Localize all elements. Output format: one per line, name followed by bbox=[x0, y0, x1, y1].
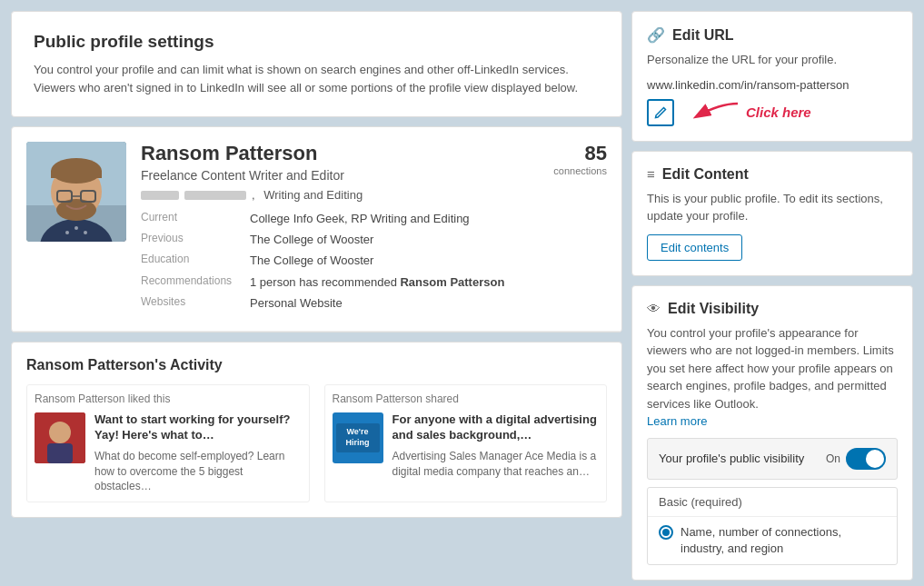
edit-content-description: This is your public profile. To edit its… bbox=[647, 190, 898, 225]
shared-header: Ransom Patterson shared bbox=[333, 392, 600, 405]
bars-icon: ≡ bbox=[647, 166, 655, 182]
basic-section: Basic (required) Name, number of connect… bbox=[647, 487, 898, 565]
shared-image: We're Hiring bbox=[333, 412, 383, 463]
visibility-toggle-row: Your profile's public visibility On bbox=[647, 438, 898, 480]
edit-content-card: ≡ Edit Content This is your public profi… bbox=[631, 151, 913, 276]
skill-text: , bbox=[252, 188, 258, 202]
activity-liked: Ransom Patterson liked this bbox=[26, 384, 310, 502]
basic-item: Name, number of connections, industry, a… bbox=[648, 517, 897, 564]
shared-body: We're Hiring For anyone with a digital a… bbox=[333, 412, 600, 479]
url-display: www.linkedin.com/in/ransom-patterson bbox=[647, 78, 898, 92]
toggle-knob bbox=[866, 450, 884, 468]
liked-image bbox=[35, 412, 85, 463]
skill-block-1 bbox=[141, 191, 179, 200]
toggle-on-label: On bbox=[826, 452, 840, 465]
liked-desc: What do become self-employed? Learn how … bbox=[94, 449, 302, 494]
edit-contents-button[interactable]: Edit contents bbox=[647, 234, 742, 261]
recommendations-value: 1 person has recommended Ransom Patterso… bbox=[250, 274, 607, 291]
profile-info: Ransom Patterson Freelance Content Write… bbox=[141, 142, 607, 316]
link-icon: 🔗 bbox=[647, 26, 665, 44]
detail-row-education: Education The College of Wooster bbox=[141, 253, 607, 269]
profile-card: Ransom Patterson Freelance Content Write… bbox=[11, 126, 622, 333]
visibility-toggle-label: Your profile's public visibility bbox=[659, 451, 804, 467]
left-column: Public profile settings You control your… bbox=[11, 11, 622, 586]
shared-title: For anyone with a digital advertising an… bbox=[392, 412, 600, 443]
svg-rect-5 bbox=[51, 171, 102, 178]
right-column: 🔗 Edit URL Personalize the URL for your … bbox=[631, 11, 913, 586]
writing-editing-text: Writing and Editing bbox=[263, 188, 363, 202]
pencil-icon bbox=[653, 105, 668, 120]
svg-point-12 bbox=[84, 231, 87, 234]
shared-desc: Advertising Sales Manager Ace Media is a… bbox=[392, 449, 600, 480]
websites-value: Personal Website bbox=[250, 295, 607, 312]
recommended-name: Ransom Patterson bbox=[400, 275, 504, 289]
websites-label: Websites bbox=[141, 295, 250, 308]
edit-url-description: Personalize the URL for your profile. bbox=[647, 51, 898, 69]
detail-row-previous: Previous The College of Wooster bbox=[141, 232, 607, 248]
edit-url-header: 🔗 Edit URL bbox=[647, 26, 898, 44]
recommendations-label: Recommendations bbox=[141, 274, 250, 287]
svg-rect-15 bbox=[47, 443, 73, 463]
profile-name: Ransom Patterson bbox=[141, 142, 363, 165]
skill-block-2 bbox=[184, 191, 246, 200]
svg-point-11 bbox=[75, 226, 78, 230]
eye-icon: 👁 bbox=[647, 301, 661, 316]
click-here-annotation: Click here bbox=[683, 100, 811, 125]
activity-grid: Ransom Patterson liked this bbox=[26, 384, 607, 502]
edit-visibility-header: 👁 Edit Visibility bbox=[647, 301, 898, 317]
edit-url-button[interactable] bbox=[647, 99, 674, 126]
svg-point-10 bbox=[65, 231, 69, 234]
profile-headline: Freelance Content Writer and Editor bbox=[141, 168, 363, 183]
activity-card: Ransom Patterson's Activity Ransom Patte… bbox=[11, 342, 622, 518]
detail-row-current: Current College Info Geek, RP Writing an… bbox=[141, 211, 607, 227]
detail-row-recommendations: Recommendations 1 person has recommended… bbox=[141, 274, 607, 291]
edit-visibility-description: You control your profile's appearance fo… bbox=[647, 324, 898, 413]
activity-shared: Ransom Patterson shared We're Hiring For… bbox=[324, 384, 608, 502]
edit-content-title: Edit Content bbox=[662, 166, 749, 183]
detail-row-websites: Websites Personal Website bbox=[141, 295, 607, 312]
edit-visibility-card: 👁 Edit Visibility You control your profi… bbox=[631, 285, 913, 581]
previous-value: The College of Wooster bbox=[250, 232, 607, 248]
edit-content-header: ≡ Edit Content bbox=[647, 166, 898, 183]
page-title: Public profile settings bbox=[34, 32, 600, 52]
current-value: College Info Geek, RP Writing and Editin… bbox=[250, 211, 607, 227]
liked-title: Want to start working for yourself? Yay!… bbox=[94, 412, 302, 443]
connections-label: connections bbox=[553, 165, 607, 176]
settings-description: You control your profile and can limit w… bbox=[34, 61, 600, 96]
edit-url-card: 🔗 Edit URL Personalize the URL for your … bbox=[631, 11, 913, 142]
education-value: The College of Wooster bbox=[250, 253, 607, 269]
edit-visibility-title: Edit Visibility bbox=[668, 301, 759, 317]
toggle-switch[interactable] bbox=[846, 448, 886, 470]
radio-dot[interactable] bbox=[659, 525, 673, 540]
click-here-text: Click here bbox=[746, 104, 811, 120]
basic-header: Basic (required) bbox=[648, 488, 897, 517]
learn-more-link[interactable]: Learn more bbox=[647, 414, 707, 428]
activity-title: Ransom Patterson's Activity bbox=[26, 357, 607, 373]
current-label: Current bbox=[141, 211, 250, 223]
svg-point-14 bbox=[49, 422, 71, 443]
liked-body: Want to start working for yourself? Yay!… bbox=[35, 412, 302, 494]
profile-details: Current College Info Geek, RP Writing an… bbox=[141, 211, 607, 312]
profile-photo bbox=[26, 142, 126, 242]
education-label: Education bbox=[141, 253, 250, 265]
connections-box: 85 connections bbox=[553, 142, 607, 176]
liked-header: Ransom Patterson liked this bbox=[35, 392, 302, 405]
toggle-area[interactable]: On bbox=[826, 448, 886, 470]
arrow-svg bbox=[683, 100, 742, 125]
basic-item-text: Name, number of connections, industry, a… bbox=[681, 524, 886, 557]
previous-label: Previous bbox=[141, 232, 250, 244]
settings-header-card: Public profile settings You control your… bbox=[11, 11, 622, 117]
connections-count: 85 bbox=[553, 142, 607, 165]
edit-url-title: Edit URL bbox=[672, 27, 734, 44]
hiring-badge: We're Hiring bbox=[336, 423, 380, 452]
